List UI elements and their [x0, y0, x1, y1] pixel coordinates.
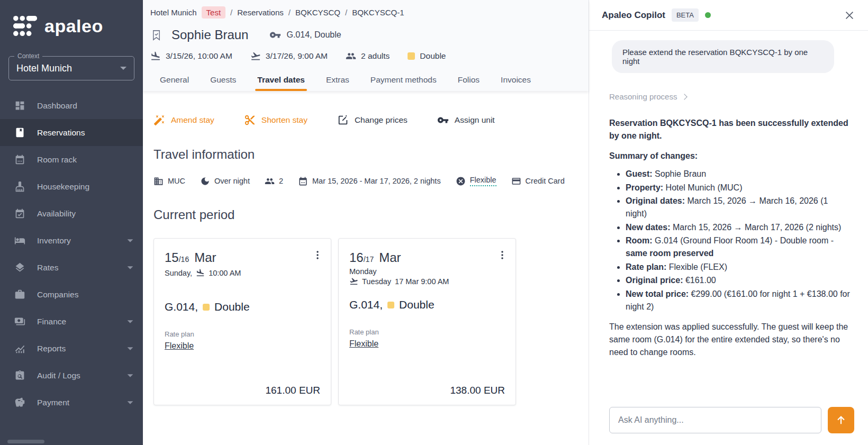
companies-briefcase-icon: [14, 289, 25, 300]
tab-extras[interactable]: Extras: [325, 72, 350, 91]
sidebar-item-finance[interactable]: Finance: [0, 308, 143, 335]
copilot-input-bar: [589, 407, 868, 445]
tab-guests[interactable]: Guests: [209, 72, 237, 91]
context-label: Context: [14, 52, 42, 60]
sidebar-item-availability[interactable]: Availability: [0, 200, 143, 227]
list-item: Original price: €161.00: [626, 274, 850, 287]
sidebar-item-dashboard[interactable]: Dashboard: [0, 92, 143, 119]
kebab-menu-icon[interactable]: [496, 249, 508, 261]
change-prices-button[interactable]: Change prices: [337, 114, 408, 126]
sidebar-item-payment[interactable]: Payment: [0, 389, 143, 416]
sidebar-item-companies[interactable]: Companies: [0, 281, 143, 308]
night-price: 138.00 EUR: [450, 385, 505, 396]
magic-wand-icon: [153, 114, 165, 126]
credit-card-icon: [511, 176, 521, 186]
audit-logs-icon: [14, 370, 25, 381]
copilot-conversation: Please extend the reservation BQKCYSCQ-1…: [589, 31, 868, 407]
occupancy-info: 2 adults: [346, 51, 390, 61]
chevron-down-icon: [128, 401, 133, 404]
reservation-tabs: General Guests Travel dates Extras Payme…: [159, 72, 589, 91]
apaleo-logo-icon: [13, 15, 37, 37]
guest-name: Sophie Braun: [171, 28, 248, 42]
assign-unit-button[interactable]: Assign unit: [437, 114, 495, 126]
plane-takeoff-icon: [250, 51, 261, 61]
guest-count: 2: [265, 176, 283, 186]
chevron-down-icon: [128, 266, 133, 269]
inventory-bed-icon: [14, 235, 25, 246]
sidebar-item-audit-logs[interactable]: Audit / Logs: [0, 362, 143, 389]
building-icon: [153, 176, 164, 186]
action-toolbar: Amend stay Shorten stay Change prices As…: [153, 114, 589, 126]
apaleo-logo[interactable]: apaleo: [0, 0, 143, 37]
assistant-response: Reservation BQKCYSCQ-1 has been successf…: [609, 101, 850, 358]
copilot-header: Apaleo Copilot BETA: [589, 0, 868, 31]
logo-wordmark: apaleo: [44, 16, 103, 37]
sidebar-item-room-rack[interactable]: Room rack: [0, 146, 143, 173]
summary-list: Guest: Sophie Braun Property: Hotel Muni…: [626, 168, 850, 313]
copilot-panel: Apaleo Copilot BETA Please extend the re…: [589, 0, 868, 445]
sidebar-item-housekeeping[interactable]: Housekeeping: [0, 173, 143, 200]
ask-ai-input[interactable]: [609, 407, 821, 433]
rate-plan-link[interactable]: Flexible: [349, 339, 378, 349]
list-item: New total price: €299.00 (€161.00 for ni…: [626, 288, 850, 313]
breadcrumb-reservations[interactable]: Reservations: [237, 8, 284, 17]
close-icon[interactable]: [844, 10, 855, 21]
finance-money-icon: [14, 316, 25, 327]
property-code: MUC: [153, 176, 185, 186]
current-period-title: Current period: [153, 207, 589, 222]
key-icon: [437, 114, 449, 126]
tab-invoices[interactable]: Invoices: [500, 72, 532, 91]
shorten-stay-button[interactable]: Shorten stay: [244, 114, 308, 126]
room-type: Double: [214, 301, 250, 313]
beta-badge: BETA: [672, 8, 699, 22]
plane-landing-icon: [150, 51, 161, 61]
plane-takeoff-icon: [349, 277, 358, 286]
dashboard-icon: [14, 100, 25, 111]
breadcrumb-reservation-id[interactable]: BQKCYSCQ-1: [352, 8, 404, 17]
room-type-color-swatch: [203, 304, 210, 311]
housekeeping-icon: [14, 181, 25, 192]
people-icon: [265, 176, 275, 186]
chevron-down-icon: [120, 67, 126, 70]
night-card-2: 16/17 Mar Monday Tuesday 17 Mar 9:00 AM …: [338, 238, 516, 405]
sidebar-item-rates[interactable]: Rates: [0, 254, 143, 281]
sidebar-item-reservations[interactable]: Reservations: [0, 119, 143, 146]
tab-general[interactable]: General: [159, 72, 190, 91]
app-window: apaleo Context Hotel Munich Dashboard Re…: [0, 0, 868, 445]
horizontal-scrollbar-thumb[interactable]: [7, 440, 44, 443]
sidebar: apaleo Context Hotel Munich Dashboard Re…: [0, 0, 143, 445]
response-closing: The extension was applied successfully. …: [609, 321, 850, 358]
sidebar-item-inventory[interactable]: Inventory: [0, 227, 143, 254]
rate-flexible-tooltip-link[interactable]: Flexible: [470, 176, 496, 186]
breadcrumb-property[interactable]: Hotel Munich: [150, 8, 197, 17]
period-cards: 15/16 Mar Sunday, 10:00 AM G.014, Double…: [153, 238, 589, 405]
tab-folios[interactable]: Folios: [457, 72, 481, 91]
unit-number: G.014,: [349, 298, 383, 311]
tab-travel-dates[interactable]: Travel dates: [256, 72, 306, 91]
sidebar-nav: Dashboard Reservations Room rack Houseke…: [0, 92, 143, 416]
room-type-color-swatch: [408, 52, 415, 60]
availability-icon: [14, 208, 25, 219]
sidebar-item-reports[interactable]: Reports: [0, 335, 143, 362]
night-price: 161.00 EUR: [265, 385, 320, 396]
chevron-down-icon: [128, 347, 133, 350]
breadcrumb: Hotel Munich Test / Reservations / BQKCY…: [143, 6, 589, 19]
rate-plan-link[interactable]: Flexible: [165, 341, 194, 351]
plane-landing-icon: [196, 268, 205, 277]
main-content: Hotel Munich Test / Reservations / BQKCY…: [143, 0, 589, 445]
breadcrumb-booking-id[interactable]: BQKCYSCQ: [295, 8, 340, 17]
reasoning-process-toggle[interactable]: Reasoning process: [609, 92, 854, 101]
chevron-down-icon: [128, 374, 133, 377]
context-select[interactable]: Context Hotel Munich: [8, 56, 134, 80]
send-button[interactable]: [828, 407, 854, 433]
room-rack-icon: [14, 154, 25, 165]
list-item: Guest: Sophie Braun: [626, 168, 850, 180]
amend-stay-button[interactable]: Amend stay: [153, 114, 214, 126]
tab-payment-methods[interactable]: Payment methods: [369, 72, 438, 91]
list-item: New dates: March 15, 2026 → March 17, 20…: [626, 221, 850, 234]
scissors-icon: [244, 114, 256, 126]
kebab-menu-icon[interactable]: [312, 249, 323, 261]
calendar-icon: [298, 176, 308, 186]
response-headline: Reservation BQKCYSCQ-1 has been successf…: [609, 117, 850, 142]
test-environment-badge[interactable]: Test: [202, 6, 226, 19]
